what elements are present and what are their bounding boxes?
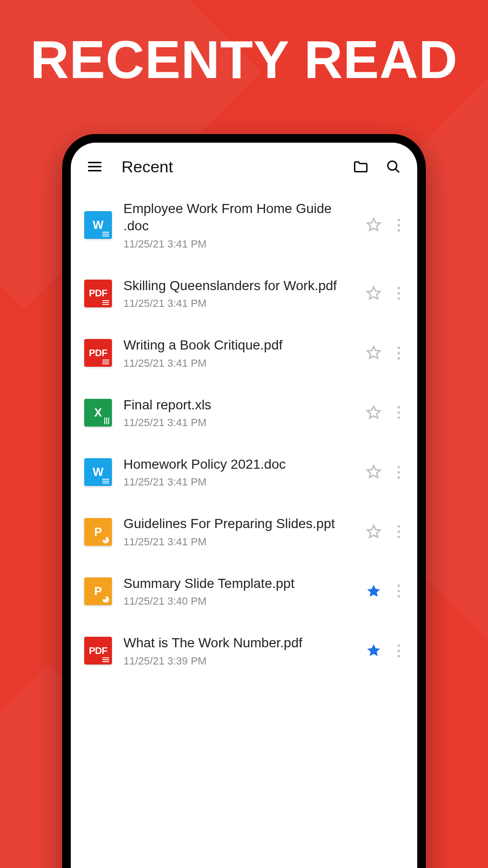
star-filled-icon[interactable] [366, 643, 382, 659]
file-timestamp: 11/25/21 3:41 PM [123, 476, 354, 488]
file-icon-letter: P [94, 585, 102, 598]
more-icon[interactable] [393, 284, 404, 303]
file-icon-letter: X [94, 406, 102, 419]
file-info: What is The Work Number.pdf11/25/21 3:39… [123, 634, 354, 667]
more-icon[interactable] [393, 582, 404, 601]
file-row[interactable]: PSummary Slide Template.ppt11/25/21 3:40… [84, 562, 404, 621]
file-name: Skilling Queenslanders for Work.pdf [123, 277, 354, 294]
file-name: Summary Slide Template.ppt [123, 575, 354, 592]
more-icon[interactable] [393, 403, 404, 422]
star-outline-icon[interactable] [366, 217, 382, 233]
star-filled-icon[interactable] [366, 583, 382, 599]
file-timestamp: 11/25/21 3:41 PM [123, 297, 354, 310]
file-list: WEmployee Work From Home Guide .doc11/25… [71, 187, 417, 681]
file-name: Employee Work From Home Guide .doc [123, 200, 354, 235]
star-outline-icon[interactable] [366, 464, 382, 480]
file-name: Homework Policy 2021.doc [123, 456, 354, 473]
file-info: Guidelines For Preparing Slides.ppt11/25… [123, 515, 354, 548]
more-icon[interactable] [393, 522, 404, 541]
file-row[interactable]: PDFWhat is The Work Number.pdf11/25/21 3… [84, 621, 404, 680]
file-timestamp: 11/25/21 3:41 PM [123, 357, 354, 370]
file-info: Homework Policy 2021.doc11/25/21 3:41 PM [123, 456, 354, 488]
phone-frame: Recent WEmployee Work From Home Guide .d… [62, 134, 426, 868]
file-icon-letter: PDF [89, 348, 108, 359]
file-timestamp: 11/25/21 3:40 PM [123, 595, 354, 608]
doc-file-icon: W [84, 211, 112, 239]
file-info: Final report.xls11/25/21 3:41 PM [123, 396, 354, 429]
more-icon[interactable] [393, 343, 404, 362]
file-info: Writing a Book Critique.pdf11/25/21 3:41… [123, 337, 354, 369]
star-outline-icon[interactable] [366, 285, 382, 302]
more-icon[interactable] [393, 641, 404, 660]
hero-title: RECENTY READ [0, 29, 488, 90]
star-outline-icon[interactable] [366, 405, 382, 421]
file-name: What is The Work Number.pdf [123, 634, 354, 652]
file-timestamp: 11/25/21 3:41 PM [123, 238, 354, 250]
xls-file-icon: X [84, 399, 112, 427]
file-row[interactable]: PDFSkilling Queenslanders for Work.pdf11… [84, 264, 404, 323]
file-row[interactable]: PGuidelines For Preparing Slides.ppt11/2… [84, 502, 404, 561]
file-name: Guidelines For Preparing Slides.ppt [123, 515, 354, 532]
file-row[interactable]: WHomework Policy 2021.doc11/25/21 3:41 P… [84, 442, 404, 502]
file-info: Employee Work From Home Guide .doc11/25/… [123, 200, 354, 250]
file-name: Final report.xls [123, 396, 354, 414]
search-icon[interactable] [383, 156, 404, 177]
file-row[interactable]: XFinal report.xls11/25/21 3:41 PM [84, 383, 404, 442]
star-outline-icon[interactable] [366, 345, 382, 361]
file-info: Skilling Queenslanders for Work.pdf11/25… [123, 277, 354, 310]
toolbar: Recent [71, 143, 417, 187]
file-icon-letter: P [94, 525, 102, 539]
file-timestamp: 11/25/21 3:39 PM [123, 655, 354, 667]
file-icon-letter: PDF [89, 645, 108, 656]
file-row[interactable]: WEmployee Work From Home Guide .doc11/25… [84, 187, 404, 264]
page-title: Recent [122, 158, 173, 176]
star-outline-icon[interactable] [366, 524, 382, 540]
doc-file-icon: W [84, 458, 112, 486]
folder-icon[interactable] [350, 156, 371, 177]
file-info: Summary Slide Template.ppt11/25/21 3:40 … [123, 575, 354, 608]
file-row[interactable]: PDFWriting a Book Critique.pdf11/25/21 3… [84, 323, 404, 383]
pdf-file-icon: PDF [84, 637, 112, 665]
file-icon-letter: W [93, 218, 104, 232]
file-icon-letter: PDF [89, 288, 108, 299]
ppt-file-icon: P [84, 518, 112, 546]
file-icon-letter: W [93, 465, 104, 479]
file-timestamp: 11/25/21 3:41 PM [123, 417, 354, 429]
file-name: Writing a Book Critique.pdf [123, 337, 354, 354]
file-timestamp: 11/25/21 3:41 PM [123, 536, 354, 548]
pdf-file-icon: PDF [84, 280, 112, 307]
more-icon[interactable] [393, 215, 404, 235]
pdf-file-icon: PDF [84, 339, 112, 367]
ppt-file-icon: P [84, 577, 112, 605]
more-icon[interactable] [393, 462, 404, 482]
menu-icon[interactable] [84, 156, 105, 177]
